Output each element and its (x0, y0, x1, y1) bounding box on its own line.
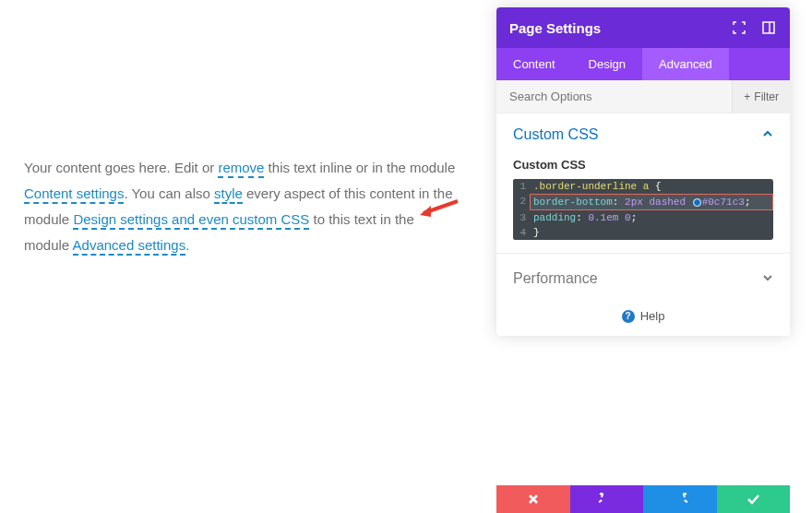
custom-css-label: Custom CSS (513, 158, 773, 172)
close-icon (527, 493, 540, 506)
section-title: Custom CSS (513, 126, 598, 143)
link-remove[interactable]: remove (218, 160, 264, 178)
panel-header: Page Settings (496, 7, 790, 48)
search-row: + Filter (496, 80, 790, 113)
link-style[interactable]: style (214, 185, 243, 204)
link-advanced-settings[interactable]: Advanced settings (73, 237, 186, 256)
link-design-settings[interactable]: Design settings and even custom CSS (73, 211, 309, 230)
expand-icon[interactable] (731, 19, 747, 36)
panel-title: Page Settings (509, 20, 601, 36)
help-link[interactable]: ? Help (496, 296, 790, 336)
undo-button[interactable] (570, 485, 644, 513)
tab-advanced[interactable]: Advanced (642, 48, 729, 80)
line-number: 2 (513, 194, 530, 210)
chevron-down-icon (762, 271, 773, 286)
help-label: Help (640, 309, 665, 323)
cancel-button[interactable] (496, 485, 570, 513)
text-fragment: . You can also (124, 185, 214, 201)
help-icon: ? (622, 310, 635, 323)
tab-design[interactable]: Design (572, 48, 642, 80)
svg-rect-0 (763, 22, 774, 33)
link-content-settings[interactable]: Content settings (24, 185, 124, 204)
action-bar (496, 485, 790, 513)
redo-button[interactable] (643, 485, 717, 513)
text-fragment: . (185, 237, 189, 253)
save-button[interactable] (717, 485, 791, 513)
color-swatch-icon (693, 198, 701, 207)
divider (496, 253, 790, 254)
settings-tabs: Content Design Advanced (496, 48, 790, 80)
line-number: 1 (513, 179, 530, 194)
code-line: } (530, 225, 773, 240)
filter-button[interactable]: + Filter (732, 80, 790, 113)
line-number: 3 (513, 210, 530, 225)
filter-label: Filter (754, 90, 779, 103)
section-performance: Performance (496, 257, 790, 296)
tab-content[interactable]: Content (496, 48, 572, 80)
chevron-up-icon (762, 127, 773, 142)
code-line: .border-underline a { (530, 179, 773, 194)
module-preview-text: Your content goes here. Edit or remove t… (24, 155, 458, 258)
section-title: Performance (513, 270, 598, 287)
line-number: 4 (513, 225, 530, 240)
undo-icon (599, 493, 614, 506)
redo-icon (673, 493, 687, 506)
text-fragment: Your content goes here. Edit or (24, 160, 218, 175)
plus-icon: + (744, 90, 750, 103)
search-input[interactable] (496, 80, 732, 113)
code-line: padding: 0.1em 0; (530, 210, 773, 225)
text-fragment: this text inline or in the module (264, 160, 455, 175)
css-code-editor[interactable]: 1 .border-underline a { 2 border-bottom:… (513, 179, 773, 240)
check-icon (746, 493, 760, 506)
panel-layout-icon[interactable] (760, 19, 777, 36)
section-custom-css: Custom CSS Custom CSS 1 .border-underlin… (496, 113, 790, 240)
section-header-performance[interactable]: Performance (513, 270, 773, 296)
code-line-highlighted: border-bottom: 2px dashed #0c71c3; (530, 194, 773, 210)
section-header-custom-css[interactable]: Custom CSS (513, 126, 773, 152)
page-settings-panel: Page Settings Content Design Advanced + … (496, 7, 790, 336)
